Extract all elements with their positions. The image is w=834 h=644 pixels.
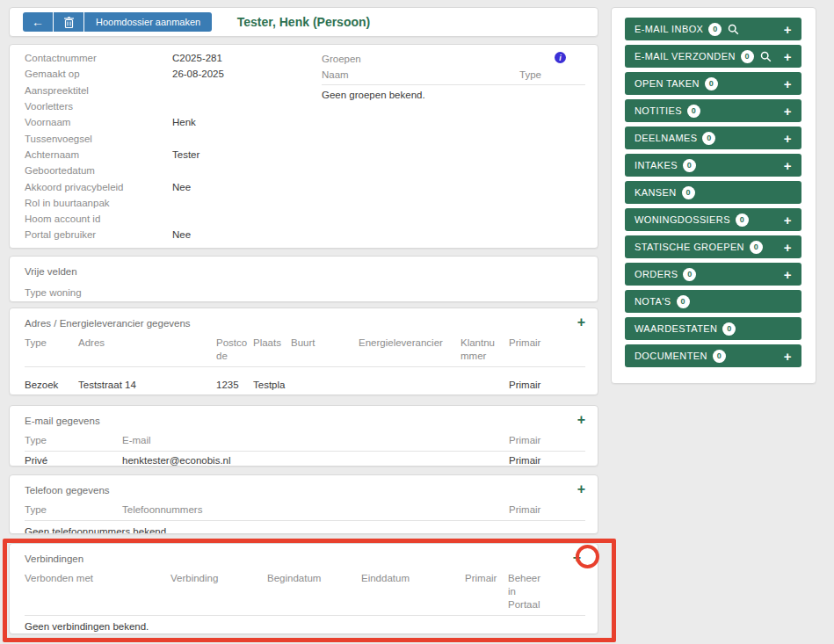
cell-primair: Primair xyxy=(509,454,585,467)
groups-label: Groepen xyxy=(322,50,585,64)
page-header: Tester, Henk (Persoon) ← Hoomdossier aan… xyxy=(9,7,598,37)
count-badge: 0 xyxy=(705,77,718,90)
connections-panel: Verbindingen + Verbonden met Verbinding … xyxy=(9,543,598,634)
expand-plus-icon[interactable]: + xyxy=(784,49,792,64)
field-label: Contactnummer xyxy=(25,53,172,63)
field-label: Hoom account id xyxy=(25,213,172,224)
page-title: Tester, Henk (Persoon) xyxy=(10,15,598,29)
column-header-naam: Naam xyxy=(322,69,349,80)
sidebar-item-statische-groepen[interactable]: STATISCHE GROEPEN 0 + xyxy=(625,235,801,258)
column-header: Einddatum xyxy=(361,572,465,611)
field-row: Rol in buurtaanpak xyxy=(25,195,315,211)
field-value: 26-08-2025 xyxy=(172,69,224,79)
sidebar-item-label: E-MAIL INBOX xyxy=(635,24,703,34)
expand-plus-icon[interactable]: + xyxy=(784,158,792,173)
sidebar-item-woningdossiers[interactable]: WONINGDOSSIERS 0 + xyxy=(625,208,801,231)
column-header: Begindatum xyxy=(267,572,361,611)
email-table-header: Type E-mail Primair xyxy=(25,434,585,452)
section-title: Vrije velden xyxy=(25,264,77,277)
field-label: Rol in buurtaanpak xyxy=(25,198,172,208)
column-header: Type xyxy=(25,503,122,517)
field-row: Akkoord privacybeleidNee xyxy=(25,178,315,194)
sidebar-item-kansen[interactable]: KANSEN 0 xyxy=(625,181,801,204)
sidebar-item-documenten[interactable]: DOCUMENTEN 0 + xyxy=(625,344,801,367)
sidebar-item-email-verzonden[interactable]: E-MAIL VERZONDEN 0 + xyxy=(625,45,801,68)
add-email-button[interactable]: + xyxy=(577,413,585,427)
expand-plus-icon[interactable]: + xyxy=(784,267,792,282)
add-phone-button[interactable]: + xyxy=(577,482,585,496)
table-row[interactable]: Bezoek Teststraat 14 1235 BA Testplaats … xyxy=(25,374,585,395)
sidebar-item-orders[interactable]: ORDERS 0 + xyxy=(625,263,801,286)
count-badge: 0 xyxy=(713,350,726,363)
sidebar-item-label: DOCUMENTEN xyxy=(635,351,707,361)
add-address-button[interactable]: + xyxy=(577,315,585,329)
cell-energieleverancier xyxy=(359,379,461,395)
sidebar-item-label: OPEN TAKEN xyxy=(635,78,700,89)
count-badge: 0 xyxy=(741,50,754,63)
field-value: Nee xyxy=(172,229,191,240)
field-row: Voorletters xyxy=(25,98,315,114)
cell-type: Bezoek xyxy=(25,379,78,395)
search-icon[interactable] xyxy=(760,51,772,62)
column-header: Adres xyxy=(78,336,216,363)
sidebar-item-notities[interactable]: NOTITIES 0 + xyxy=(625,99,801,122)
sidebar-item-open-taken[interactable]: OPEN TAKEN 0 + xyxy=(625,72,801,95)
groups-empty-state: Geen groepen bekend. xyxy=(322,85,585,100)
search-icon[interactable] xyxy=(728,24,739,35)
section-title: Telefoon gegevens xyxy=(25,482,110,496)
field-row: Tussenvoegsel xyxy=(25,130,315,146)
address-table-header: Type Adres Postcode Plaats Buurt Energie… xyxy=(25,336,585,367)
table-row[interactable]: Privé henktester@econobis.nl Primair xyxy=(25,452,585,467)
sidebar-item-label: STATISCHE GROEPEN xyxy=(635,242,744,252)
field-value: C2025-281 xyxy=(172,53,222,63)
sidebar-item-label: ORDERS xyxy=(635,269,678,279)
sidebar-item-notas[interactable]: NOTA'S 0 xyxy=(625,290,801,313)
column-header: Klantnummer xyxy=(461,336,509,363)
column-header: Type xyxy=(25,434,122,447)
field-label: Aanspreektitel xyxy=(25,85,172,96)
sidebar-item-intakes[interactable]: INTAKES 0 + xyxy=(625,154,801,177)
count-badge: 0 xyxy=(677,295,690,308)
column-header: Postcode xyxy=(216,336,253,363)
count-badge: 0 xyxy=(722,322,736,336)
field-label: Geboortedatum xyxy=(25,165,172,176)
field-row: Geboortedatum xyxy=(25,163,315,178)
free-fields-panel: Vrije velden Type woning xyxy=(9,256,598,302)
expand-plus-icon[interactable]: + xyxy=(784,22,792,37)
column-header: Buurt xyxy=(291,336,359,363)
column-header: Beheer in Portaal xyxy=(508,572,552,611)
field-value: Nee xyxy=(172,182,191,192)
field-label: Achternaam xyxy=(25,149,172,160)
field-label: Voornaam xyxy=(25,117,172,127)
add-connection-button[interactable]: + xyxy=(573,551,581,565)
connections-empty-state: Geen verbindingen bekend. xyxy=(25,616,585,632)
column-header: Primair xyxy=(509,503,585,517)
sidebar-item-label: WAARDESTATEN xyxy=(635,323,717,334)
column-header: Plaats xyxy=(253,336,291,363)
sidebar-item-label: E-MAIL VERZONDEN xyxy=(635,51,736,62)
expand-plus-icon[interactable]: + xyxy=(784,213,792,228)
field-label: Akkoord privacybeleid xyxy=(25,182,172,192)
sidebar-panel: E-MAIL INBOX 0 + E-MAIL VERZONDEN 0 + OP… xyxy=(611,7,816,384)
column-header: Primair xyxy=(509,434,585,447)
expand-plus-icon[interactable]: + xyxy=(784,104,792,119)
sidebar-item-waardestaten[interactable]: WAARDESTATEN 0 xyxy=(625,317,801,340)
field-label: Portal gebruiker xyxy=(25,229,172,240)
sidebar-item-deelnames[interactable]: DEELNAMES 0 + xyxy=(625,127,801,149)
person-fields: ContactnummerC2025-281 Gemaakt op26-08-2… xyxy=(25,50,315,243)
sidebar-item-label: NOTA'S xyxy=(635,296,671,307)
field-row: Hoom account id xyxy=(25,211,315,227)
count-badge: 0 xyxy=(736,213,749,227)
address-panel: Adres / Energieleverancier gegevens + Ty… xyxy=(9,308,598,395)
groups-block: Groepen i Naam Type Geen groepen bekend. xyxy=(322,50,585,100)
field-row: VoornaamHenk xyxy=(25,114,315,130)
expand-plus-icon[interactable]: + xyxy=(784,76,792,91)
expand-plus-icon[interactable]: + xyxy=(784,240,792,255)
expand-plus-icon[interactable]: + xyxy=(784,131,792,146)
sidebar-item-email-inbox[interactable]: E-MAIL INBOX 0 + xyxy=(625,18,801,40)
column-header: Primair xyxy=(465,572,508,611)
column-header: Telefoonnummers xyxy=(122,503,509,517)
expand-plus-icon[interactable]: + xyxy=(784,349,792,364)
info-icon[interactable]: i xyxy=(555,52,566,63)
count-badge: 0 xyxy=(683,268,696,281)
